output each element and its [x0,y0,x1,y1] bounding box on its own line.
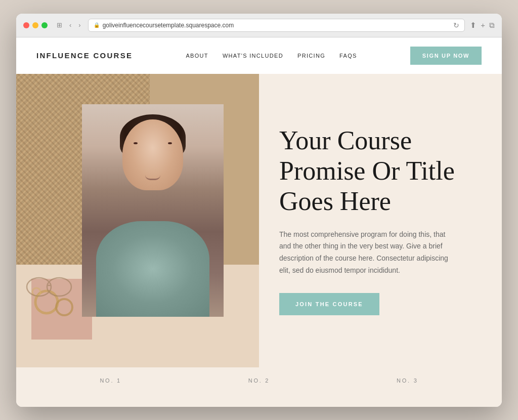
browser-controls: ⊞ ‹ › [55,20,83,30]
new-tab-icon[interactable]: + [481,21,485,29]
bottom-numbers: NO. 1 NO. 2 NO. 3 [16,367,502,394]
hero-images [16,74,259,367]
browser-actions: ⬆ + ⧉ [470,21,495,30]
site-logo[interactable]: INFLUENCE COURSE [36,51,133,60]
hero-description: The most comprehensive program for doing… [279,229,451,277]
browser-window: ⊞ ‹ › 🔒 goliveinfluencecoursetemplate.sq… [16,14,502,407]
number-item-3: NO. 3 [397,377,418,384]
nav-pricing[interactable]: PRICING [297,53,325,59]
person-face [122,119,183,190]
reload-icon[interactable]: ↻ [453,21,459,29]
share-icon[interactable]: ⬆ [470,21,477,30]
nav-faqs[interactable]: FAQS [339,53,357,59]
duplicate-icon[interactable]: ⧉ [489,21,495,30]
hero-section: Your Course Promise Or Title Goes Here T… [16,74,502,367]
close-button[interactable] [23,22,29,28]
window-icon[interactable]: ⊞ [55,20,64,30]
nav-whats-included[interactable]: WHAT'S INCLUDED [223,53,283,59]
website-content: INFLUENCE COURSE ABOUT WHAT'S INCLUDED P… [16,37,502,407]
back-button[interactable]: ‹ [67,20,73,30]
portrait-inner [82,104,224,317]
nav-about[interactable]: ABOUT [186,53,208,59]
number-item-2: NO. 2 [248,377,270,384]
join-course-button[interactable]: JOIN THE COURSE [279,293,379,315]
number-item-1: NO. 1 [100,377,121,384]
portrait-photo [82,104,224,317]
address-bar[interactable]: 🔒 goliveinfluencecoursetemplate.squaresp… [88,19,465,32]
forward-button[interactable]: › [76,20,82,30]
nav-links: ABOUT WHAT'S INCLUDED PRICING FAQS [186,53,357,59]
hero-content: Your Course Promise Or Title Goes Here T… [259,74,502,367]
traffic-lights [23,22,48,28]
minimize-button[interactable] [32,22,38,28]
navigation: INFLUENCE COURSE ABOUT WHAT'S INCLUDED P… [16,37,502,74]
browser-chrome: ⊞ ‹ › 🔒 goliveinfluencecoursetemplate.sq… [16,14,502,37]
glasses-decoration [24,274,74,302]
sign-up-button[interactable]: SIGN UP NOW [410,47,482,65]
hero-title: Your Course Promise Or Title Goes Here [279,125,477,216]
url-text: goliveinfluencecoursetemplate.squarespac… [103,22,234,29]
maximize-button[interactable] [41,22,48,28]
person-sweater [96,221,209,317]
lock-icon: 🔒 [94,22,100,28]
